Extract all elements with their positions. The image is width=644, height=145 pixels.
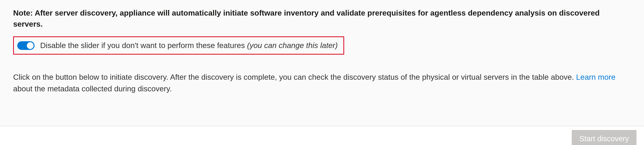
- action-bar: Start discovery: [0, 126, 644, 145]
- description-text: Click on the button below to initiate di…: [13, 71, 623, 95]
- toggle-label-hint: (you can change this later): [247, 41, 338, 50]
- feature-toggle[interactable]: [17, 41, 34, 50]
- description-part1: Click on the button below to initiate di…: [13, 73, 576, 81]
- toggle-thumb: [27, 42, 34, 49]
- note-text: Note: After server discovery, appliance …: [13, 7, 631, 30]
- description-part2: about the metadata collected during disc…: [13, 84, 172, 93]
- learn-more-link[interactable]: Learn more: [576, 73, 616, 81]
- toggle-row-highlight: Disable the slider if you don't want to …: [13, 36, 344, 55]
- start-discovery-button[interactable]: Start discovery: [572, 130, 636, 145]
- toggle-label-main: Disable the slider if you don't want to …: [40, 41, 247, 50]
- toggle-label: Disable the slider if you don't want to …: [40, 40, 338, 50]
